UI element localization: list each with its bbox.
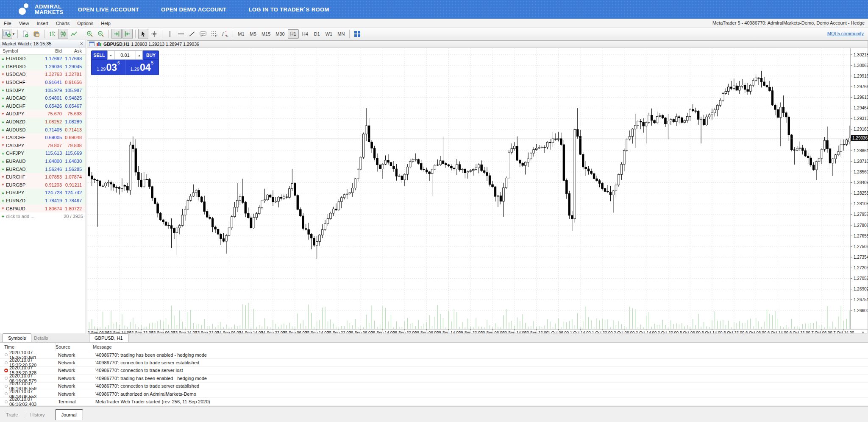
timeframe-m30[interactable]: M30 xyxy=(273,29,287,39)
tab-symbols[interactable]: Symbols xyxy=(3,333,31,342)
column-symbol[interactable]: Symbol xyxy=(0,48,36,53)
market-watch-row-eurusd[interactable]: ▲EURUSD1.176921.17698 xyxy=(0,55,86,63)
market-watch-row-audcad[interactable]: ▲AUDCAD0.948010.94825 xyxy=(0,94,86,102)
menu-file[interactable]: File xyxy=(0,20,15,27)
menu-view[interactable]: View xyxy=(15,20,33,27)
timeframe-d1[interactable]: D1 xyxy=(312,29,323,39)
tile-windows-icon[interactable] xyxy=(352,29,362,39)
symbol-name: USDCHF xyxy=(6,80,36,85)
market-watch-row-chfjpy[interactable]: ▲CHFJPY115.613115.669 xyxy=(0,149,86,157)
timeframe-h4[interactable]: H4 xyxy=(300,29,311,39)
market-watch-row-eurjpy[interactable]: ▲EURJPY124.728124.742 xyxy=(0,189,86,197)
market-watch-row-audnzd[interactable]: ▲AUDNZD1.082521.08289 xyxy=(0,118,86,126)
menu-insert[interactable]: Insert xyxy=(33,20,52,27)
timeframe-w1[interactable]: W1 xyxy=(323,29,335,39)
column-ask[interactable]: Ask xyxy=(62,48,84,53)
market-watch-row-audjpy[interactable]: ▼AUDJPY75.67075.693 xyxy=(0,110,86,118)
volume-decrease-stepper[interactable]: ▼ xyxy=(107,50,114,60)
timeframe-h1[interactable]: H1 xyxy=(288,29,299,39)
vertical-line-icon[interactable] xyxy=(165,29,175,39)
chart-canvas[interactable]: 1.302181.300671.299161.297661.296151.294… xyxy=(88,48,868,334)
market-watch-row-audusd[interactable]: ▲AUDUSD0.714050.71413 xyxy=(0,126,86,134)
auto-scroll-icon[interactable] xyxy=(111,29,122,39)
market-watch-row-eurcad[interactable]: ▲EURCAD1.562461.56285 xyxy=(0,165,86,173)
chevron-down-icon[interactable]: ▼ xyxy=(12,32,15,36)
timeframe-m15[interactable]: M15 xyxy=(259,29,273,39)
ask-value: 105.987 xyxy=(62,88,84,93)
tab-history[interactable]: History xyxy=(24,409,50,420)
chart-shift-icon[interactable] xyxy=(122,29,133,39)
fibonacci-icon[interactable]: F xyxy=(209,29,219,39)
tick-down-icon: ▼ xyxy=(0,175,6,179)
add-symbol-row[interactable]: + click to add ... 20 / 3935 xyxy=(0,212,86,221)
market-watch-row-eurgbp[interactable]: ▼EURGBP0.912030.91211 xyxy=(0,181,86,189)
market-watch-row-gbpaud[interactable]: ▼GBPAUD1.806741.80722 xyxy=(0,204,86,212)
buy-price-box[interactable]: 1.29 04 5 xyxy=(125,60,159,75)
bar-chart-icon[interactable] xyxy=(47,29,57,39)
sell-button[interactable]: SELL xyxy=(91,50,107,60)
tick-up-icon: ▲ xyxy=(0,128,6,131)
tab-trade[interactable]: Trade xyxy=(0,409,24,420)
add-symbol-label[interactable]: click to add ... xyxy=(6,214,34,219)
topbar-link-open-live-account[interactable]: OPEN LIVE ACCOUNT xyxy=(78,6,139,13)
tab-chart-gbpusd-h1[interactable]: GBPUSD, H1 xyxy=(89,333,128,342)
column-bid[interactable]: Bid xyxy=(36,48,62,53)
menu-charts[interactable]: Charts xyxy=(52,20,73,27)
bid-value: 1.56246 xyxy=(36,167,62,172)
trendline-icon[interactable] xyxy=(187,29,197,39)
journal-column-message[interactable]: Message xyxy=(90,343,868,351)
market-watch-row-usdcad[interactable]: ▼USDCAD1.327631.32781 xyxy=(0,70,86,78)
topbar-link-open-demo-account[interactable]: OPEN DEMO ACCOUNT xyxy=(161,6,226,13)
timeframe-m1[interactable]: M1 xyxy=(236,29,247,39)
market-watch-row-euraud[interactable]: ▲EURAUD1.648001.64830 xyxy=(0,157,86,165)
zoom-out-icon[interactable] xyxy=(96,29,106,39)
symbol-name: EURCAD xyxy=(6,167,36,172)
close-icon[interactable]: ✕ xyxy=(80,42,83,46)
market-watch-row-usdjpy[interactable]: ▲USDJPY105.979105.987 xyxy=(0,86,86,94)
market-watch-row-cadchf[interactable]: ▼CADCHF0.690050.69048 xyxy=(0,134,86,142)
menu-options[interactable]: Options xyxy=(73,20,97,27)
indicators-icon[interactable]: ƒE xyxy=(220,29,230,39)
svg-text:F: F xyxy=(215,34,217,37)
bid-value: 1.80674 xyxy=(36,206,62,211)
price-axis-label: 1.27203 xyxy=(854,265,868,270)
volume-increase-stepper[interactable]: ▲ xyxy=(136,50,143,60)
zoom-in-icon[interactable] xyxy=(85,29,95,39)
market-watch-header[interactable]: Market Watch: 18:15:35 ✕ xyxy=(0,40,86,48)
tab-journal[interactable]: Journal xyxy=(55,409,83,420)
journal-column-source[interactable]: Source xyxy=(56,343,90,351)
crosshair-icon[interactable] xyxy=(149,29,159,39)
market-watch-row-eurnzd[interactable]: ▲EURNZD1.784191.78467 xyxy=(0,197,86,205)
market-watch-row-eurchf[interactable]: ▼EURCHF1.078531.07874 xyxy=(0,173,86,181)
logo-icon xyxy=(19,3,31,16)
buy-button[interactable]: BUY xyxy=(143,50,159,60)
chart-title-bar: GBPUSD,H1 1.28983 1.29213 1.28947 1.2903… xyxy=(87,41,868,48)
menu-help[interactable]: Help xyxy=(97,20,114,27)
price-axis-label: 1.29163 xyxy=(854,127,868,131)
market-watch-row-gbpusd[interactable]: ▲GBPUSD1.290361.29045 xyxy=(0,63,86,71)
cursor-icon[interactable] xyxy=(138,29,148,39)
new-order-icon[interactable] xyxy=(20,29,31,39)
info-icon xyxy=(3,400,9,403)
journal-source: Network xyxy=(58,360,93,365)
market-watch-column-headers[interactable]: Symbol Bid Ask xyxy=(0,48,86,55)
market-watch-row-cadjpy[interactable]: ▼CADJPY79.80779.838 xyxy=(0,142,86,150)
new-chart-icon[interactable] xyxy=(2,29,12,39)
volume-input[interactable]: 0.01 xyxy=(114,50,136,60)
sell-price-box[interactable]: 1.29 03 6 xyxy=(92,60,125,75)
tab-details[interactable]: Details xyxy=(29,333,53,342)
topbar-link-log-in-to-trader-s-room[interactable]: LOG IN TO TRADER`S ROOM xyxy=(248,6,329,13)
candlestick-icon[interactable] xyxy=(58,29,68,39)
journal-source: Network xyxy=(58,376,93,381)
market-watch-row-usdchf[interactable]: ▼USDCHF0.916410.91656 xyxy=(0,78,86,87)
line-chart-icon[interactable] xyxy=(69,29,79,39)
admiral-markets-logo[interactable]: ADMIRAL MARKETS xyxy=(19,3,64,16)
accounts-icon[interactable] xyxy=(31,29,42,39)
timeframe-m5[interactable]: M5 xyxy=(248,29,259,39)
timeframe-mn[interactable]: MN xyxy=(335,29,347,39)
mql5-community-link[interactable]: MQL5.community xyxy=(827,31,864,36)
text-label-icon[interactable] xyxy=(198,29,208,39)
market-watch-row-audchf[interactable]: ▲AUDCHF0.654260.65467 xyxy=(0,102,86,110)
journal-column-headers[interactable]: Time Source Message xyxy=(0,343,868,351)
horizontal-line-icon[interactable] xyxy=(176,29,186,39)
